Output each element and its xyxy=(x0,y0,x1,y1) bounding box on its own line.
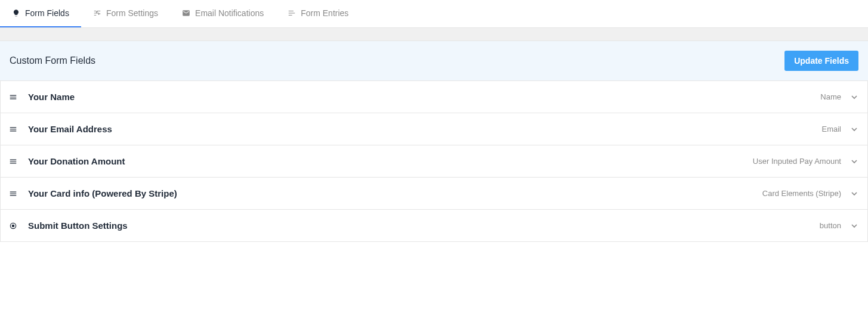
fields-list: Your Name Name Your Email Address Email xyxy=(0,81,868,242)
field-label: Your Card info (Powered By Stripe) xyxy=(28,188,177,198)
mail-icon xyxy=(182,9,190,17)
field-type: Card Elements (Stripe) xyxy=(762,189,841,198)
drag-handle-icon[interactable] xyxy=(9,125,17,133)
section-title: Custom Form Fields xyxy=(10,55,95,66)
field-type: User Inputed Pay Amount xyxy=(753,157,841,166)
chevron-down-icon xyxy=(850,221,859,231)
svg-point-1 xyxy=(12,225,14,227)
drag-handle-icon[interactable] xyxy=(9,157,17,166)
field-type: button xyxy=(820,221,841,230)
field-label: Your Donation Amount xyxy=(28,156,125,166)
tab-form-fields[interactable]: Form Fields xyxy=(0,0,81,27)
tab-form-settings[interactable]: Form Settings xyxy=(81,0,170,27)
field-label: Your Email Address xyxy=(28,124,112,134)
lightbulb-icon xyxy=(12,9,20,17)
field-label: Your Name xyxy=(28,92,75,102)
tab-email-notifications[interactable]: Email Notifications xyxy=(170,0,276,27)
field-row-card-info[interactable]: Your Card info (Powered By Stripe) Card … xyxy=(1,178,867,210)
field-label: Submit Button Settings xyxy=(28,220,128,231)
tabs-bar: Form Fields Form Settings Email Notifica… xyxy=(0,0,868,28)
sliders-icon xyxy=(93,9,101,17)
tab-label: Form Fields xyxy=(25,8,69,18)
target-icon xyxy=(9,222,17,230)
drag-handle-icon[interactable] xyxy=(9,93,17,101)
chevron-down-icon xyxy=(850,125,859,134)
field-type: Email xyxy=(821,125,841,133)
list-icon xyxy=(288,9,296,17)
field-row-email[interactable]: Your Email Address Email xyxy=(1,113,867,145)
tab-label: Form Entries xyxy=(301,8,348,18)
tab-label: Email Notifications xyxy=(195,8,264,18)
field-row-donation-amount[interactable]: Your Donation Amount User Inputed Pay Am… xyxy=(1,145,867,178)
update-fields-button[interactable]: Update Fields xyxy=(784,51,858,71)
drag-handle-icon[interactable] xyxy=(9,189,17,198)
section-header: Custom Form Fields Update Fields xyxy=(0,41,868,81)
chevron-down-icon xyxy=(850,189,859,198)
field-type: Name xyxy=(820,92,841,101)
tab-form-entries[interactable]: Form Entries xyxy=(276,0,360,27)
field-row-submit-button[interactable]: Submit Button Settings button xyxy=(1,210,867,242)
chevron-down-icon xyxy=(850,157,859,166)
field-row-name[interactable]: Your Name Name xyxy=(1,81,867,113)
chevron-down-icon xyxy=(850,92,859,102)
spacer xyxy=(0,28,868,41)
tab-label: Form Settings xyxy=(106,8,158,18)
